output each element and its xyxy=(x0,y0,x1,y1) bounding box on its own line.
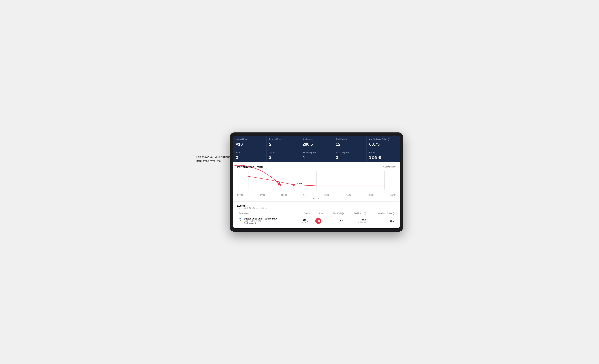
chart-svg: #10 xyxy=(237,171,396,193)
info-icon-weighted-points[interactable]: i xyxy=(392,212,395,215)
stat-match-play: Match Play Events 2 xyxy=(333,149,366,162)
chart-x-axis-label: Months xyxy=(237,197,396,200)
rank-impact-arrow: ▼ xyxy=(257,222,259,224)
tablet-device: National Rank #10 Regional Rank 2 Scorin… xyxy=(230,133,403,232)
chart-header: Performance Trend National Rank xyxy=(237,165,396,169)
col-position: Position xyxy=(297,211,312,216)
table-row: 🏌 Buster Cozy Cup – Stroke Play Oct 9 - … xyxy=(237,216,396,226)
svg-point-8 xyxy=(292,184,295,186)
col-total-points: Total Points i xyxy=(345,211,368,216)
performance-trend-section: Performance Trend National Rank xyxy=(233,162,400,202)
events-title: Events xyxy=(237,204,396,207)
event-name-cell: 🏌 Buster Cozy Cup – Stroke Play Oct 9 - … xyxy=(237,216,297,226)
chart-legend: National Rank xyxy=(383,166,396,168)
stat-top3s: Top 3s 2 xyxy=(266,149,300,162)
score-badge: -22 xyxy=(315,218,321,224)
events-last-updated: Last updated: 24th November 2023 xyxy=(237,207,396,209)
stats-row-1: National Rank #10 Regional Rank 2 Scorin… xyxy=(233,136,400,149)
stat-wins: Wins 2 xyxy=(233,149,266,162)
stat-stroke-play: Stroke Play Events 4 xyxy=(300,149,333,162)
events-section: Events Last updated: 24th November 2023 … xyxy=(233,202,400,228)
stat-national-rank: National Rank #10 xyxy=(233,136,266,149)
position-cell: 6th out of 7 xyxy=(297,216,312,226)
weighted-points-value: 28.3 xyxy=(368,216,396,226)
info-icon-event-sg[interactable]: i xyxy=(341,212,344,215)
col-event-name: Event Name xyxy=(237,211,297,216)
stat-scoring-avg: Scoring Avg. 286.5 xyxy=(300,136,333,149)
event-sg-value: 0.45 xyxy=(325,216,345,226)
event-icon: 🏌 xyxy=(238,218,242,221)
stat-record: Record 32-8-0 xyxy=(367,149,400,162)
col-weighted-points: Weighted Points i xyxy=(368,211,396,216)
event-date: Oct 9 - Oct 10, 2023 xyxy=(244,220,277,222)
page-wrapper: This shows you your National Rank trend … xyxy=(196,133,403,232)
event-name: Buster Cozy Cup – Stroke Play xyxy=(244,217,277,220)
annotation-text: This shows you your National Rank trend … xyxy=(196,155,234,163)
chart-x-labels: OCT 23 NOV 23 DEC 23 JAN 24 FEB 24 MAR 2… xyxy=(237,193,396,197)
info-icon-total-points[interactable]: i xyxy=(364,212,366,215)
stat-total-rounds: Total Rounds 12 xyxy=(333,136,366,149)
info-icon-weighted[interactable]: i xyxy=(388,138,390,141)
score-cell: -22 xyxy=(312,216,325,226)
chart-title: Performance Trend xyxy=(237,165,263,169)
rank-impact: Rank Impact: 3 ▼ xyxy=(244,222,277,224)
chart-area: #10 xyxy=(237,171,396,193)
stats-row-2: Wins 2 Top 3s 2 Stroke Play Events 4 Mat… xyxy=(233,149,400,162)
col-event-sg: Event SG i xyxy=(325,211,345,216)
tablet-screen: National Rank #10 Regional Rank 2 Scorin… xyxy=(233,136,400,228)
stat-avg-weighted: Avg. Weighted Points i 68.75 xyxy=(367,136,400,149)
stat-regional-rank: Regional Rank 2 xyxy=(266,136,300,149)
col-score: Score xyxy=(312,211,325,216)
svg-text:#10: #10 xyxy=(297,182,302,185)
events-table: Event Name Position Score Event SG i xyxy=(237,211,396,226)
total-points-cell: 28.3 3 Rounds xyxy=(345,216,368,226)
